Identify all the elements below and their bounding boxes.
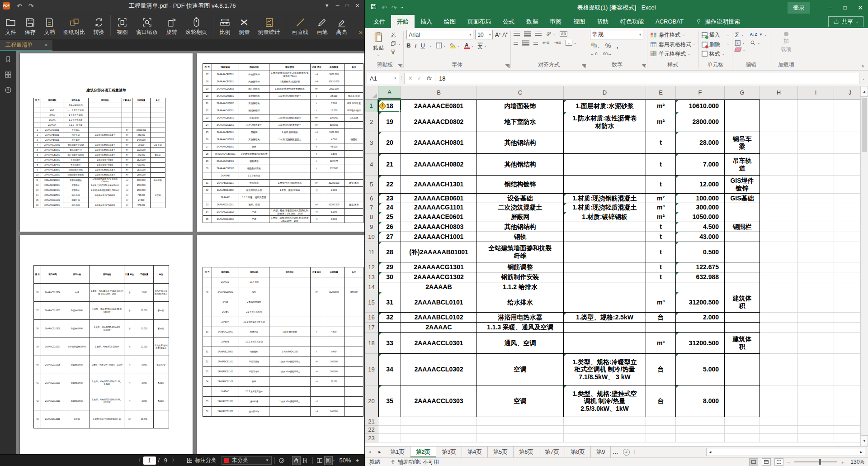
cell-H7[interactable] [760, 203, 798, 212]
cell-G4[interactable]: 吊车轨 道 [725, 154, 760, 176]
cell-B2[interactable]: 2AAAAACD0802 [401, 112, 477, 132]
pdf-add-page-button[interactable] [301, 456, 309, 465]
cell-B17[interactable]: 2AAAAC [401, 323, 477, 333]
pdf-maximize-button[interactable]: □ [345, 3, 349, 8]
pdf-hand-tool-button[interactable] [292, 456, 301, 465]
cell-F7[interactable]: 300.000 [676, 203, 725, 212]
cell-B6[interactable]: 2AAAAACB0601 [401, 194, 477, 203]
cell-H5[interactable] [760, 176, 798, 194]
cell-G19[interactable] [725, 354, 760, 385]
cell-D6[interactable]: 1.材质:现浇钢筋混凝土 [564, 194, 646, 203]
col-header-D[interactable]: D [564, 86, 646, 99]
scroll-left-icon[interactable]: ◄ [707, 448, 714, 456]
cell-D13[interactable] [564, 272, 646, 282]
cell-G5[interactable]: GIS埋件 镀锌 [725, 176, 760, 194]
cell-F13[interactable]: 632.988 [676, 272, 725, 282]
normal-view-button[interactable] [749, 458, 758, 466]
ribbon-tab-帮助[interactable]: 帮助 [591, 15, 614, 28]
cell-C4[interactable]: 其他钢结构 [477, 154, 564, 176]
cell-I8[interactable] [798, 212, 834, 222]
col-header-F[interactable]: F [676, 86, 725, 99]
cell-A22[interactable] [378, 426, 401, 434]
expand-formula-bar-icon[interactable]: ⌄ [859, 76, 868, 81]
cell-B13[interactable]: 2AAAAACG1302 [401, 272, 477, 282]
cell-A14[interactable] [378, 282, 401, 292]
paste-button[interactable]: 粘贴 ⌄ [369, 30, 387, 58]
cell-H10[interactable] [760, 232, 798, 242]
vertical-scrollbar[interactable]: ▲ ▼ [860, 86, 868, 446]
cell-C9[interactable]: 其他钢结构 [477, 222, 564, 232]
row-header-18[interactable]: 18 [365, 333, 378, 354]
pdf-annotate-category-button[interactable]: 标注分类 [184, 456, 219, 464]
col-header-E[interactable]: E [646, 86, 676, 99]
bold-button[interactable]: B [406, 43, 410, 48]
cell-A1[interactable]: 18! [378, 100, 401, 112]
cell-F19[interactable]: 5.000 [676, 354, 725, 385]
cell-D8[interactable]: 1.材质:镀锌钢板 [564, 212, 646, 222]
cell-G21[interactable] [725, 417, 760, 426]
cell-B11[interactable]: (补)2AAAAAB01001 [401, 242, 477, 262]
cell-D19[interactable]: 1.类型、规格:冷暖型立 柜式空调机 制冷/热量 7.1/8.5kW、 3 kW [564, 354, 646, 385]
pdf-tool-folder[interactable]: 文件 [1, 11, 20, 39]
cell-C13[interactable]: 钢筋制作安装 [477, 272, 564, 282]
excel-maximize-button[interactable]: □ [837, 5, 853, 11]
cell-F14[interactable] [676, 282, 725, 292]
row-header-1[interactable]: 1 [365, 100, 378, 112]
ribbon-tab-页面布局[interactable]: 页面布局 [462, 15, 497, 28]
font-name-select[interactable]: Arial▾ [406, 30, 473, 39]
cell-C12[interactable]: 钢筋调整 [477, 262, 564, 272]
row-header-11[interactable]: 11 [365, 242, 378, 262]
cell-C2[interactable]: 地下室防水 [477, 112, 564, 132]
cell-G14[interactable] [725, 282, 760, 292]
cell-H17[interactable] [760, 323, 798, 333]
cell-I9[interactable] [798, 222, 834, 232]
sheet-tab-第2页[interactable]: 第2页 [410, 447, 436, 457]
cell-G10[interactable] [725, 232, 760, 242]
cell-B3[interactable]: 2AAAAACH0801 [401, 132, 477, 154]
accounting-format-icon[interactable]: ⌄ [590, 42, 600, 50]
pdf-tool-compare[interactable]: 图纸对比 [59, 11, 89, 39]
row-header-22[interactable]: 22 [365, 426, 378, 434]
cell-H22[interactable] [760, 426, 798, 434]
cell-I20[interactable] [798, 385, 834, 417]
cell-D9[interactable] [564, 222, 646, 232]
save-icon[interactable] [370, 3, 377, 12]
share-button[interactable]: 共享⌄ [828, 16, 863, 27]
cell-F2[interactable]: 2800.000 [676, 112, 725, 132]
pdf-redo-icon[interactable]: ↷ [28, 3, 34, 9]
cell-I2[interactable] [798, 112, 834, 132]
cell-D20[interactable]: 1.类型、规格:壁挂式空 调机 制冷/热量 2.5/3.0kW、1kW [564, 385, 646, 417]
cell-D3[interactable] [564, 132, 646, 154]
col-header-H[interactable]: H [760, 86, 798, 99]
sheet-nav-right-icon[interactable]: ► [375, 447, 385, 457]
cell-F22[interactable] [676, 426, 725, 434]
row-header-7[interactable]: 7 [365, 203, 378, 212]
cell-I23[interactable] [798, 434, 834, 442]
addins-button[interactable]: 加 载项 [776, 30, 796, 55]
row-header-4[interactable]: 4 [365, 154, 378, 176]
cell-E13[interactable]: t [646, 272, 676, 282]
cell-B23[interactable] [401, 434, 477, 442]
fill-color-icon[interactable]: ⌄ [450, 43, 460, 48]
cell-B4[interactable]: 2AAAAACH0802 [401, 154, 477, 176]
pdf-tool-stats[interactable]: 测量统计 [254, 11, 284, 39]
pdf-tool-ruler[interactable]: 比例 [215, 11, 235, 39]
cell-H19[interactable] [760, 354, 798, 385]
row-header-6[interactable]: 6 [365, 194, 378, 203]
cell-C14[interactable]: 1.1.2 给排水 [477, 282, 564, 292]
cell-C11[interactable]: 全站建筑墙面掺和抗裂 纤维 [477, 242, 564, 262]
cell-A16[interactable]: 32 [378, 313, 401, 323]
login-button[interactable]: 登录 [788, 2, 810, 14]
cell-A13[interactable]: 30 [378, 272, 401, 282]
ribbon-tab-数据[interactable]: 数据 [520, 15, 544, 28]
cell-F6[interactable]: 100.000 [676, 194, 725, 203]
ribbon-tab-开始[interactable]: 开始 [391, 15, 415, 28]
new-sheet-button[interactable]: + [623, 447, 630, 457]
font-size-select[interactable]: 10▾ [475, 30, 493, 39]
pdf-tool-viewframe[interactable]: 视图 [113, 11, 132, 39]
pdf-tool-highlight[interactable]: 高亮 [332, 11, 351, 39]
cancel-icon[interactable]: ✕ [408, 75, 413, 81]
cell-D14[interactable] [564, 282, 646, 292]
pdf-visibility-icon[interactable] [278, 456, 286, 465]
cell-F21[interactable] [676, 417, 725, 426]
